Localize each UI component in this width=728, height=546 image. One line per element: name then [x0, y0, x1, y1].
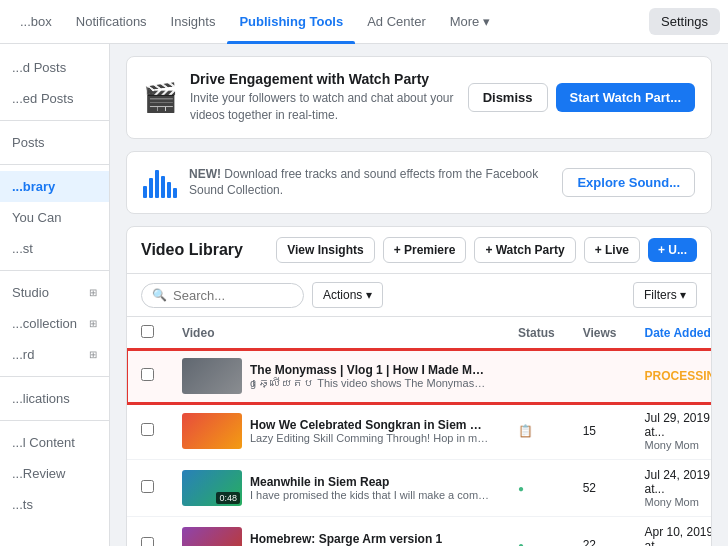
tab-ad-center[interactable]: Ad Center [355, 0, 438, 44]
watch-party-banner: 🎬 Drive Engagement with Watch Party Invi… [126, 56, 712, 139]
row-views-cell: 15 [569, 403, 631, 460]
video-thumbnail [182, 358, 242, 394]
tab-publishing-tools[interactable]: Publishing Tools [227, 0, 355, 44]
row-video-cell: The Monymass | Vlog 1 | How I Made My Vl… [168, 350, 504, 403]
expand-icon-collection: ⊞ [89, 318, 97, 329]
page-layout: ...d Posts ...ed Posts Posts ...brary Yo… [0, 44, 728, 546]
row-status-cell: ● [504, 517, 569, 546]
row-checkbox[interactable] [141, 480, 154, 493]
row-date-cell: Jul 29, 2019 at... Mony Mom [631, 403, 713, 460]
sidebar-item-collection[interactable]: ...collection ⊞ [0, 308, 109, 339]
sound-banner-description: NEW! Download free tracks and sound effe… [189, 166, 550, 200]
row-status-cell [504, 350, 569, 403]
sidebar-item-ts[interactable]: ...ts [0, 489, 109, 520]
status-dot: ● [518, 483, 524, 494]
date-info: Jul 24, 2019 at... Mony Mom [645, 468, 713, 508]
row-views-cell: 22 [569, 517, 631, 546]
sound-new-label: NEW! [189, 167, 221, 181]
sidebar-item-library[interactable]: ...brary [0, 171, 109, 202]
thumb-duration: 0:48 [216, 492, 240, 504]
date-line: Apr 10, 2019 at... [645, 525, 713, 546]
sidebar: ...d Posts ...ed Posts Posts ...brary Yo… [0, 44, 110, 546]
col-checkbox [127, 317, 168, 350]
table-row: The Monymass | Vlog 1 | How I Made My Vl… [127, 350, 712, 403]
video-library: Video Library View Insights + Premiere +… [126, 226, 712, 546]
top-navigation: ...box Notifications Insights Publishing… [0, 0, 728, 44]
video-info: Meanwhile in Siem Reap I have promised t… [250, 475, 490, 501]
video-description: g ឆ្លើយតប This video shows The Monymass … [250, 377, 490, 389]
actions-button[interactable]: Actions ▾ [312, 282, 383, 308]
table-row: How We Celebrated Songkran in Siem Reap … [127, 403, 712, 460]
upload-button[interactable]: + U... [648, 238, 697, 262]
video-info: How We Celebrated Songkran in Siem Reap … [250, 418, 490, 444]
date-line: Jul 24, 2019 at... [645, 468, 713, 496]
settings-button[interactable]: Settings [649, 8, 720, 35]
row-views-cell: 52 [569, 460, 631, 517]
sidebar-item-st[interactable]: ...st [0, 233, 109, 264]
sound-wave-icon [143, 166, 177, 198]
sidebar-item-studio[interactable]: Studio ⊞ [0, 277, 109, 308]
nav-tabs: ...box Notifications Insights Publishing… [8, 0, 502, 44]
row-date-cell: Jul 24, 2019 at... Mony Mom [631, 460, 713, 517]
sidebar-item-scheduled-posts[interactable]: ...d Posts [0, 52, 109, 83]
sidebar-item-you-can[interactable]: You Can [0, 202, 109, 233]
tab-more[interactable]: More ▾ [438, 0, 502, 44]
watch-party-title: Drive Engagement with Watch Party [190, 71, 456, 87]
watch-party-button[interactable]: + Watch Party [474, 237, 575, 263]
sidebar-item-expired-posts[interactable]: ...ed Posts [0, 83, 109, 114]
sidebar-divider-5 [0, 420, 109, 421]
video-thumbnail: 0:09 [182, 527, 242, 546]
col-views: Views [569, 317, 631, 350]
col-status: Status [504, 317, 569, 350]
status-dot: ● [518, 540, 524, 546]
sidebar-item-lications[interactable]: ...lications [0, 383, 109, 414]
video-cell: How We Celebrated Songkran in Siem Reap … [182, 413, 490, 449]
filters-button[interactable]: Filters ▾ [633, 282, 697, 308]
video-description: Lazy Editing Skill Comming Through! Hop … [250, 432, 490, 444]
video-title: How We Celebrated Songkran in Siem Reap [250, 418, 490, 432]
tab-insights[interactable]: Insights [159, 0, 228, 44]
expand-icon-rd: ⊞ [89, 349, 97, 360]
sidebar-item-review[interactable]: ...Review [0, 458, 109, 489]
video-cell: 0:09 Homebrew: Sparge Arm version 1 Find… [182, 527, 490, 546]
row-checkbox[interactable] [141, 423, 154, 436]
row-checkbox[interactable] [141, 368, 154, 381]
watch-party-text: Drive Engagement with Watch Party Invite… [190, 71, 456, 124]
start-watch-party-button[interactable]: Start Watch Part... [556, 83, 695, 112]
view-insights-button[interactable]: View Insights [276, 237, 374, 263]
video-title: Meanwhile in Siem Reap [250, 475, 490, 489]
search-icon: 🔍 [152, 288, 167, 302]
sidebar-item-content[interactable]: ...l Content [0, 427, 109, 458]
tab-inbox[interactable]: ...box [8, 0, 64, 44]
sidebar-item-posts[interactable]: Posts [0, 127, 109, 158]
video-title: Homebrew: Sparge Arm version 1 [250, 532, 490, 546]
video-info: Homebrew: Sparge Arm version 1 Finding a… [250, 532, 490, 546]
author-line: Mony Mom [645, 439, 713, 451]
video-library-title: Video Library [141, 241, 268, 259]
row-status-cell: ● [504, 460, 569, 517]
premiere-button[interactable]: + Premiere [383, 237, 467, 263]
row-checkbox-cell [127, 517, 168, 546]
sidebar-item-rd[interactable]: ...rd ⊞ [0, 339, 109, 370]
row-checkbox[interactable] [141, 537, 154, 546]
row-processing-cell: PROCESSING [631, 350, 713, 403]
table-row: 0:09 Homebrew: Sparge Arm version 1 Find… [127, 517, 712, 546]
dismiss-button[interactable]: Dismiss [468, 83, 548, 112]
sidebar-divider-3 [0, 270, 109, 271]
live-button[interactable]: + Live [584, 237, 640, 263]
date-info: Apr 10, 2019 at... IG $mass [645, 525, 713, 546]
video-cell: The Monymass | Vlog 1 | How I Made My Vl… [182, 358, 490, 394]
row-checkbox-cell [127, 403, 168, 460]
explore-sound-button[interactable]: Explore Sound... [562, 168, 695, 197]
search-container: 🔍 [141, 283, 304, 308]
watch-party-icon: 🎬 [143, 81, 178, 114]
row-checkbox-cell [127, 460, 168, 517]
select-all-checkbox[interactable] [141, 325, 154, 338]
tab-notifications[interactable]: Notifications [64, 0, 159, 44]
search-input[interactable] [173, 288, 293, 303]
watch-party-description: Invite your followers to watch and chat … [190, 90, 456, 124]
video-description: I have promised the kids that I will mak… [250, 489, 490, 501]
video-cell: 0:48 Meanwhile in Siem Reap I have promi… [182, 470, 490, 506]
sidebar-divider-4 [0, 376, 109, 377]
row-video-cell: 0:48 Meanwhile in Siem Reap I have promi… [168, 460, 504, 517]
